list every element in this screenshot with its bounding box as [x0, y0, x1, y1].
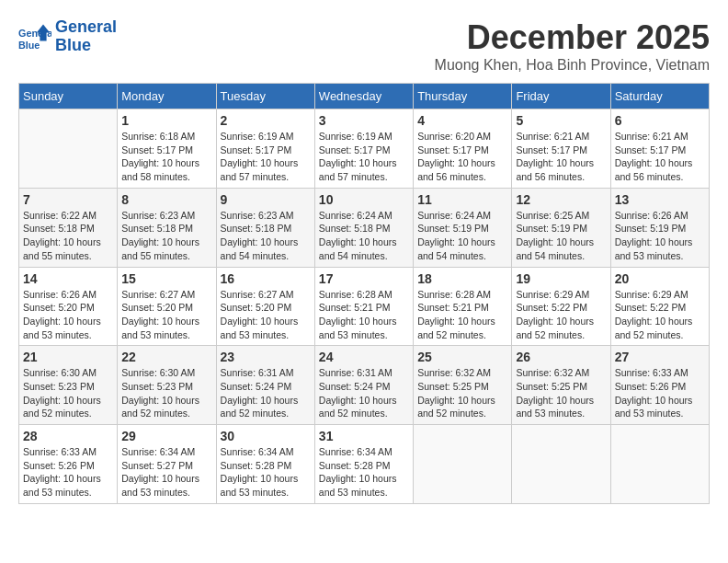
day-number: 6: [615, 113, 705, 128]
calendar-cell: 31Sunrise: 6:34 AMSunset: 5:28 PMDayligh…: [314, 425, 413, 504]
day-info: Sunrise: 6:21 AMSunset: 5:17 PMDaylight:…: [615, 130, 705, 184]
calendar-cell: 6Sunrise: 6:21 AMSunset: 5:17 PMDaylight…: [610, 109, 709, 189]
calendar-cell: 9Sunrise: 6:23 AMSunset: 5:18 PMDaylight…: [216, 188, 314, 267]
location: Muong Khen, Hoa Binh Province, Vietnam: [435, 57, 710, 74]
day-number: 13: [615, 192, 705, 207]
calendar-cell: 11Sunrise: 6:24 AMSunset: 5:19 PMDayligh…: [414, 188, 512, 267]
calendar-cell: 17Sunrise: 6:28 AMSunset: 5:21 PMDayligh…: [314, 267, 413, 346]
logo-text: General Blue: [55, 18, 117, 55]
day-info: Sunrise: 6:27 AMSunset: 5:20 PMDaylight:…: [221, 288, 311, 342]
calendar-cell: 1Sunrise: 6:18 AMSunset: 5:17 PMDaylight…: [118, 109, 216, 189]
day-info: Sunrise: 6:34 AMSunset: 5:28 PMDaylight:…: [221, 445, 311, 500]
day-number: 18: [417, 271, 507, 286]
day-info: Sunrise: 6:23 AMSunset: 5:18 PMDaylight:…: [221, 209, 311, 263]
weekday-header-row: SundayMondayTuesdayWednesdayThursdayFrid…: [19, 84, 710, 109]
calendar-cell: 19Sunrise: 6:29 AMSunset: 5:22 PMDayligh…: [512, 267, 610, 346]
month-title: December 2025: [435, 18, 710, 57]
day-info: Sunrise: 6:24 AMSunset: 5:18 PMDaylight:…: [319, 209, 409, 263]
day-number: 1: [121, 113, 211, 128]
calendar-cell: 2Sunrise: 6:19 AMSunset: 5:17 PMDaylight…: [216, 109, 314, 189]
calendar-cell: 27Sunrise: 6:33 AMSunset: 5:26 PMDayligh…: [610, 346, 709, 425]
weekday-header-saturday: Saturday: [610, 84, 709, 109]
day-number: 2: [221, 113, 311, 128]
calendar-cell: 23Sunrise: 6:31 AMSunset: 5:24 PMDayligh…: [216, 346, 314, 425]
weekday-header-sunday: Sunday: [19, 84, 118, 109]
day-info: Sunrise: 6:20 AMSunset: 5:17 PMDaylight:…: [417, 130, 507, 184]
day-number: 27: [615, 350, 705, 364]
day-number: 28: [23, 429, 113, 443]
day-number: 5: [516, 113, 606, 128]
calendar-cell: 26Sunrise: 6:32 AMSunset: 5:25 PMDayligh…: [512, 346, 610, 425]
day-number: 16: [221, 271, 311, 286]
calendar-cell: 10Sunrise: 6:24 AMSunset: 5:18 PMDayligh…: [314, 188, 413, 267]
calendar-cell: 12Sunrise: 6:25 AMSunset: 5:19 PMDayligh…: [512, 188, 610, 267]
day-number: 21: [23, 350, 113, 364]
day-number: 12: [516, 192, 606, 207]
weekday-header-thursday: Thursday: [414, 84, 512, 109]
calendar-cell: 3Sunrise: 6:19 AMSunset: 5:17 PMDaylight…: [314, 109, 413, 189]
day-info: Sunrise: 6:19 AMSunset: 5:17 PMDaylight:…: [221, 130, 311, 184]
day-info: Sunrise: 6:19 AMSunset: 5:17 PMDaylight:…: [319, 130, 409, 184]
weekday-header-tuesday: Tuesday: [216, 84, 314, 109]
calendar-cell: 24Sunrise: 6:31 AMSunset: 5:24 PMDayligh…: [314, 346, 413, 425]
calendar-cell: 5Sunrise: 6:21 AMSunset: 5:17 PMDaylight…: [512, 109, 610, 189]
day-number: 3: [319, 113, 409, 128]
calendar-cell: [414, 425, 512, 504]
day-info: Sunrise: 6:24 AMSunset: 5:19 PMDaylight:…: [417, 209, 507, 263]
day-info: Sunrise: 6:32 AMSunset: 5:25 PMDaylight:…: [516, 366, 606, 420]
day-info: Sunrise: 6:29 AMSunset: 5:22 PMDaylight:…: [516, 288, 606, 342]
calendar-cell: 8Sunrise: 6:23 AMSunset: 5:18 PMDaylight…: [118, 188, 216, 267]
day-info: Sunrise: 6:22 AMSunset: 5:18 PMDaylight:…: [23, 209, 113, 263]
day-info: Sunrise: 6:27 AMSunset: 5:20 PMDaylight:…: [121, 288, 211, 342]
calendar-week-2: 7Sunrise: 6:22 AMSunset: 5:18 PMDaylight…: [19, 188, 710, 267]
logo: General Blue General Blue: [18, 18, 117, 55]
day-number: 4: [417, 113, 507, 128]
calendar-cell: 20Sunrise: 6:29 AMSunset: 5:22 PMDayligh…: [610, 267, 709, 346]
day-number: 23: [221, 350, 311, 364]
day-number: 24: [319, 350, 409, 364]
weekday-header-monday: Monday: [118, 84, 216, 109]
header-right: December 2025 Muong Khen, Hoa Binh Provi…: [435, 18, 710, 74]
svg-text:Blue: Blue: [18, 39, 40, 50]
day-number: 7: [23, 192, 113, 207]
calendar-cell: 4Sunrise: 6:20 AMSunset: 5:17 PMDaylight…: [414, 109, 512, 189]
day-info: Sunrise: 6:28 AMSunset: 5:21 PMDaylight:…: [417, 288, 507, 342]
day-number: 26: [516, 350, 606, 364]
calendar-cell: [610, 425, 709, 504]
day-info: Sunrise: 6:25 AMSunset: 5:19 PMDaylight:…: [516, 209, 606, 263]
day-info: Sunrise: 6:18 AMSunset: 5:17 PMDaylight:…: [121, 130, 211, 184]
day-number: 25: [417, 350, 507, 364]
day-info: Sunrise: 6:33 AMSunset: 5:26 PMDaylight:…: [615, 366, 705, 420]
day-number: 31: [319, 429, 409, 443]
calendar-cell: 18Sunrise: 6:28 AMSunset: 5:21 PMDayligh…: [414, 267, 512, 346]
day-info: Sunrise: 6:34 AMSunset: 5:28 PMDaylight:…: [319, 445, 409, 500]
calendar-cell: 13Sunrise: 6:26 AMSunset: 5:19 PMDayligh…: [610, 188, 709, 267]
day-info: Sunrise: 6:33 AMSunset: 5:26 PMDaylight:…: [23, 445, 113, 500]
calendar-cell: 25Sunrise: 6:32 AMSunset: 5:25 PMDayligh…: [414, 346, 512, 425]
day-info: Sunrise: 6:23 AMSunset: 5:18 PMDaylight:…: [121, 209, 211, 263]
calendar-cell: 22Sunrise: 6:30 AMSunset: 5:23 PMDayligh…: [118, 346, 216, 425]
calendar-cell: [512, 425, 610, 504]
logo-line2: Blue: [55, 36, 91, 54]
day-info: Sunrise: 6:31 AMSunset: 5:24 PMDaylight:…: [221, 366, 311, 420]
weekday-header-friday: Friday: [512, 84, 610, 109]
logo-line1: General: [55, 17, 117, 36]
day-number: 30: [221, 429, 311, 443]
day-info: Sunrise: 6:26 AMSunset: 5:20 PMDaylight:…: [23, 288, 113, 342]
logo-icon: General Blue: [18, 20, 51, 53]
calendar-cell: 15Sunrise: 6:27 AMSunset: 5:20 PMDayligh…: [118, 267, 216, 346]
calendar-week-5: 28Sunrise: 6:33 AMSunset: 5:26 PMDayligh…: [19, 425, 710, 504]
calendar-week-1: 1Sunrise: 6:18 AMSunset: 5:17 PMDaylight…: [19, 109, 710, 189]
day-info: Sunrise: 6:30 AMSunset: 5:23 PMDaylight:…: [23, 366, 113, 420]
day-number: 14: [23, 271, 113, 286]
day-number: 20: [615, 271, 705, 286]
day-number: 29: [121, 429, 211, 443]
day-info: Sunrise: 6:28 AMSunset: 5:21 PMDaylight:…: [319, 288, 409, 342]
calendar-cell: 30Sunrise: 6:34 AMSunset: 5:28 PMDayligh…: [216, 425, 314, 504]
calendar-cell: 16Sunrise: 6:27 AMSunset: 5:20 PMDayligh…: [216, 267, 314, 346]
top-section: General Blue General Blue December 2025 …: [18, 18, 710, 74]
day-info: Sunrise: 6:32 AMSunset: 5:25 PMDaylight:…: [417, 366, 507, 420]
calendar-cell: 7Sunrise: 6:22 AMSunset: 5:18 PMDaylight…: [19, 188, 118, 267]
calendar-cell: 28Sunrise: 6:33 AMSunset: 5:26 PMDayligh…: [19, 425, 118, 504]
calendar-cell: 29Sunrise: 6:34 AMSunset: 5:27 PMDayligh…: [118, 425, 216, 504]
